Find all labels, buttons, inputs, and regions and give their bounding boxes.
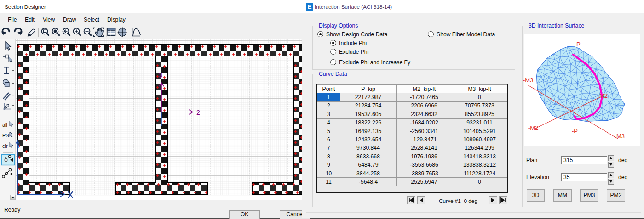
svg-text:P: P	[576, 41, 581, 48]
svg-text:-M2: -M2	[528, 124, 538, 131]
svg-text:Y: Y	[17, 143, 20, 149]
svg-text:2: 2	[196, 109, 200, 116]
svg-text:M2: M2	[599, 92, 608, 99]
svg-text:-P: -P	[572, 128, 578, 135]
svg-text:PS: PS	[2, 133, 9, 138]
svg-text:all: all	[2, 122, 7, 128]
svg-text:-M3: -M3	[523, 77, 533, 84]
svg-text:M3: M3	[616, 133, 625, 140]
svg-text:clr: clr	[2, 143, 8, 149]
svg-text:3: 3	[159, 72, 162, 79]
